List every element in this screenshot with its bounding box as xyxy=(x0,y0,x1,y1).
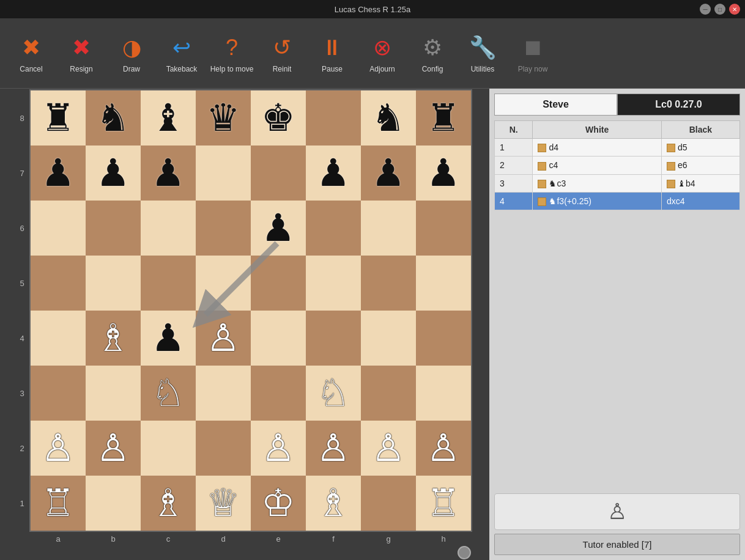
adjourn-button[interactable]: ⊗Adjourn xyxy=(358,24,406,83)
cell-b3[interactable] xyxy=(86,366,141,421)
close-button[interactable]: ✕ xyxy=(729,4,740,15)
cell-g4[interactable] xyxy=(361,311,416,366)
takeback-button[interactable]: ↩Takeback xyxy=(158,24,206,83)
cell-c6[interactable] xyxy=(141,201,196,256)
piece-br-0-0: ♜ xyxy=(41,99,75,137)
file-labels: abcdefgh xyxy=(31,534,471,543)
cell-d5[interactable] xyxy=(196,256,251,311)
move-row-3[interactable]: 3♞c3♝b4 xyxy=(495,174,740,192)
piece-bq-3-0: ♛ xyxy=(206,99,240,137)
move-black-icon-2 xyxy=(667,162,675,171)
cell-e4[interactable] xyxy=(251,311,306,366)
cell-f1[interactable]: ♗ xyxy=(306,476,361,531)
cell-f4[interactable] xyxy=(306,311,361,366)
move-row-2[interactable]: 2c4e6 xyxy=(495,157,740,174)
cell-d8[interactable]: ♛ xyxy=(196,90,251,146)
cell-h1[interactable]: ♖ xyxy=(416,476,471,531)
cell-a4[interactable] xyxy=(31,311,86,366)
move-row-1[interactable]: 1d4d5 xyxy=(495,139,740,157)
pause-label: Pause xyxy=(322,65,343,73)
cell-f2[interactable]: ♙ xyxy=(306,421,361,476)
cell-a8[interactable]: ♜ xyxy=(31,90,86,146)
restore-button[interactable]: □ xyxy=(714,4,725,15)
cell-d7[interactable] xyxy=(196,146,251,201)
move-black-3[interactable]: ♝b4 xyxy=(661,174,739,192)
cell-h3[interactable] xyxy=(416,366,471,421)
help_to_move-button[interactable]: ?Help to move xyxy=(208,24,256,83)
cell-d6[interactable] xyxy=(196,201,251,256)
cell-d1[interactable]: ♕ xyxy=(196,476,251,531)
utilities-button[interactable]: 🔧Utilities xyxy=(459,24,506,83)
move-white-4[interactable]: ♞f3(+0.25) xyxy=(533,192,661,210)
cell-c1[interactable]: ♗ xyxy=(141,476,196,531)
config-button[interactable]: ⚙Config xyxy=(409,24,456,83)
move-row-4[interactable]: 4♞f3(+0.25)dxc4 xyxy=(495,192,740,210)
cell-g1[interactable] xyxy=(361,476,416,531)
cell-b4[interactable]: ♗ xyxy=(86,311,141,366)
pause-button[interactable]: ⏸Pause xyxy=(308,24,356,83)
cell-e2[interactable]: ♙ xyxy=(251,421,306,476)
cell-c3[interactable]: ♘ xyxy=(141,366,196,421)
cell-a1[interactable]: ♖ xyxy=(31,476,86,531)
chess-board[interactable]: ♜♞♝♛♚♞♜♟♟♟♟♟♟♟♗♟♙♘♘♙♙♙♙♙♙♖♗♕♔♗♖ xyxy=(29,89,472,532)
cancel-button[interactable]: ✖Cancel xyxy=(7,24,55,83)
cell-g3[interactable] xyxy=(361,366,416,421)
cell-b7[interactable]: ♟ xyxy=(86,146,141,201)
cell-c8[interactable]: ♝ xyxy=(141,90,196,146)
play_now-label: Play now xyxy=(518,65,548,73)
cell-g7[interactable]: ♟ xyxy=(361,146,416,201)
cell-f3[interactable]: ♘ xyxy=(306,366,361,421)
cell-h2[interactable]: ♙ xyxy=(416,421,471,476)
cell-h5[interactable] xyxy=(416,256,471,311)
move-black-2[interactable]: e6 xyxy=(661,157,739,174)
cell-h7[interactable]: ♟ xyxy=(416,146,471,201)
cell-c7[interactable]: ♟ xyxy=(141,146,196,201)
cell-e8[interactable]: ♚ xyxy=(251,90,306,146)
move-white-2[interactable]: c4 xyxy=(533,157,661,174)
cell-f7[interactable]: ♟ xyxy=(306,146,361,201)
cell-b6[interactable] xyxy=(86,201,141,256)
cell-d3[interactable] xyxy=(196,366,251,421)
cell-b8[interactable]: ♞ xyxy=(86,90,141,146)
move-white-1[interactable]: d4 xyxy=(533,139,661,157)
cell-h4[interactable] xyxy=(416,311,471,366)
rank-label-1: 1 xyxy=(17,476,27,531)
cell-f6[interactable] xyxy=(306,201,361,256)
move-black-icon-1 xyxy=(667,144,675,152)
cell-d4[interactable]: ♙ xyxy=(196,311,251,366)
move-white-3[interactable]: ♞c3 xyxy=(533,174,661,192)
cell-f8[interactable] xyxy=(306,90,361,146)
cell-g2[interactable]: ♙ xyxy=(361,421,416,476)
cell-d2[interactable] xyxy=(196,421,251,476)
cell-e1[interactable]: ♔ xyxy=(251,476,306,531)
cell-a2[interactable]: ♙ xyxy=(31,421,86,476)
cell-c5[interactable] xyxy=(141,256,196,311)
move-black-4[interactable]: dxc4 xyxy=(661,192,739,210)
board-wrapper: ♜♞♝♛♚♞♜♟♟♟♟♟♟♟♗♟♙♘♘♙♙♙♙♙♙♖♗♕♔♗♖ xyxy=(29,89,472,532)
minimize-button[interactable]: ─ xyxy=(700,4,711,15)
cell-g5[interactable] xyxy=(361,256,416,311)
resign-button[interactable]: ✖Resign xyxy=(57,24,105,83)
cell-b1[interactable] xyxy=(86,476,141,531)
cell-h8[interactable]: ♜ xyxy=(416,90,471,146)
draw-button[interactable]: ◑Draw xyxy=(108,24,155,83)
cell-a5[interactable] xyxy=(31,256,86,311)
cell-a3[interactable] xyxy=(31,366,86,421)
cell-b5[interactable] xyxy=(86,256,141,311)
cell-a6[interactable] xyxy=(31,201,86,256)
move-black-1[interactable]: d5 xyxy=(661,139,739,157)
cell-c2[interactable] xyxy=(141,421,196,476)
cell-h6[interactable] xyxy=(416,201,471,256)
cell-c4[interactable]: ♟ xyxy=(141,311,196,366)
cell-e6[interactable]: ♟ xyxy=(251,201,306,256)
cell-e3[interactable] xyxy=(251,366,306,421)
cell-e7[interactable] xyxy=(251,146,306,201)
reinit-button[interactable]: ↺Reinit xyxy=(258,24,306,83)
cell-g6[interactable] xyxy=(361,201,416,256)
cell-a7[interactable]: ♟ xyxy=(31,146,86,201)
cell-b2[interactable]: ♙ xyxy=(86,421,141,476)
cell-g8[interactable]: ♞ xyxy=(361,90,416,146)
cell-f5[interactable] xyxy=(306,256,361,311)
piece-wp-3-4: ♙ xyxy=(206,319,240,357)
cell-e5[interactable] xyxy=(251,256,306,311)
